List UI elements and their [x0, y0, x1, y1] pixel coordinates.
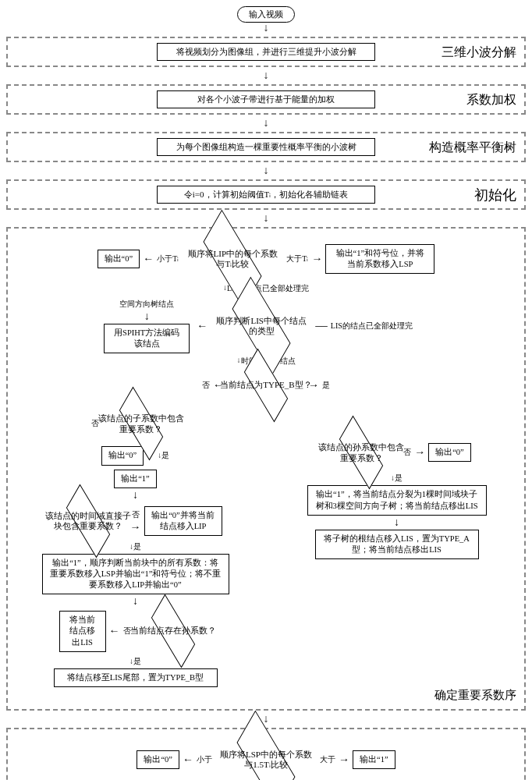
yes1: 是 [322, 380, 330, 391]
stage-4-label: 初始化 [474, 186, 516, 204]
out0-lip: 输出“0” [98, 250, 140, 268]
stage-4-box: 令i=0，计算初始阈值Tᵢ，初始化各辅助链表 [157, 186, 375, 204]
label-gt: 大于 [320, 754, 335, 765]
out0-child: 输出“0” [101, 446, 144, 465]
arrow-down: ↓ [6, 23, 526, 34]
move-tail: 将结点移至LIS尾部，置为TYPE_B型 [54, 668, 218, 687]
move-out-lis: 将当前结点移出LIS [59, 611, 106, 652]
yes4: 是 [133, 657, 141, 665]
stage-2-box: 对各个小波子带进行基于能量的加权 [157, 90, 375, 108]
no1: 否 [202, 380, 210, 391]
diamond-has-grandchild: 当前结点存在孙系数？ [134, 615, 212, 647]
out0-refine: 输出“0” [137, 750, 179, 769]
arrow: ↓ [6, 70, 526, 81]
diamond-typeB: 当前结点为TYPE_B型？ [227, 369, 305, 402]
out1-refine: 输出“1” [353, 750, 395, 769]
yes3: 是 [133, 542, 141, 551]
stage-1: 三维小波分解 将视频划分为图像组，并进行三维提升小波分解 [6, 37, 526, 67]
lip-done: ↓ LIP的结点已全部处理完 [12, 283, 520, 294]
label-lt: 小于 [197, 754, 212, 765]
diamond-grandchild-sig: 该结点的孙系数中包含重要系数？ [322, 436, 400, 469]
stage-4: 初始化 令i=0，计算初始阈值Tᵢ，初始化各辅助链表 [6, 179, 526, 210]
stage-sig-label: 确定重要系数序 [434, 688, 516, 703]
label-lt-Ti: 小于Tᵢ [157, 254, 179, 264]
stage-3: 构造概率平衡树 为每个图像组构造一棵重要性概率平衡的小波树 [6, 132, 526, 162]
diamond-lis: 顺序判断LIS中每个结点的类型 [211, 304, 312, 348]
diamond-lsp: 顺序将LSP中的每个系数与1.5Tᵢ比较 [215, 738, 317, 780]
label-spatial: 空间方向树结点 [119, 299, 174, 310]
arrow: ↓ [6, 714, 526, 725]
yes2: 是 [161, 451, 169, 459]
arrow: ↓ [6, 118, 526, 129]
out0-movelip: 输出“0”并将当前结点移入LIP [144, 506, 222, 536]
out1-child: 输出“1” [114, 470, 157, 488]
start-terminal: 输入视频 [237, 6, 295, 23]
diamond-subblock: 该结点的时间域直接子块包含重要系数？ [49, 505, 127, 537]
stage-3-box: 为每个图像组构造一棵重要性概率平衡的小波树 [157, 138, 375, 156]
arrow: ↓ [6, 213, 526, 224]
arrow: ↓ [6, 165, 526, 176]
move-roots: 将子树的根结点移入LIS，置为TYPE_A型；将当前结点移出LIS [315, 530, 479, 559]
diamond-lip: 顺序将LIP中的每个系数与Tᵢ比较 [182, 237, 283, 281]
out1-sign-lsp: 输出“1”和符号位，并将当前系数移入LSP [325, 244, 434, 274]
stage-refine: 细化重要系数的幅值 输出“0” ← 小于 顺序将LSP中的每个系数与1.5Tᵢ比… [6, 728, 526, 780]
split-tree: 输出“1”，将当前结点分裂为1棵时间域块子树和3棵空间方向子树；将当前结点移出L… [307, 485, 487, 515]
stage-significance: 确定重要系数序 输出“0” ← 小于Tᵢ 顺序将LIP中的每个系数与Tᵢ比较 大… [6, 227, 526, 711]
diamond-child-sig: 该结点的子系数中包含重要系数？ [102, 407, 180, 440]
lis-done: LIS的结点已全部处理完 [331, 321, 432, 332]
stage-1-label: 三维小波分解 [442, 44, 516, 61]
stage-1-box: 将视频划分为图像组，并进行三维提升小波分解 [157, 43, 375, 61]
label-gt-Ti: 大于Tᵢ [286, 254, 308, 264]
stage-2: 系数加权 对各个小波子带进行基于能量的加权 [6, 84, 526, 115]
yes5: 是 [395, 473, 403, 482]
out0-grandchild: 输出“0” [428, 443, 471, 462]
scan-block: 输出“1”，顺序判断当前块中的所有系数：将重要系数移入LSP并输出“1”和符号位… [42, 554, 229, 595]
stage-3-label: 构造概率平衡树 [429, 140, 516, 156]
stage-2-label: 系数加权 [466, 92, 516, 108]
spiht-box: 用SPIHT方法编码该结点 [104, 324, 190, 353]
